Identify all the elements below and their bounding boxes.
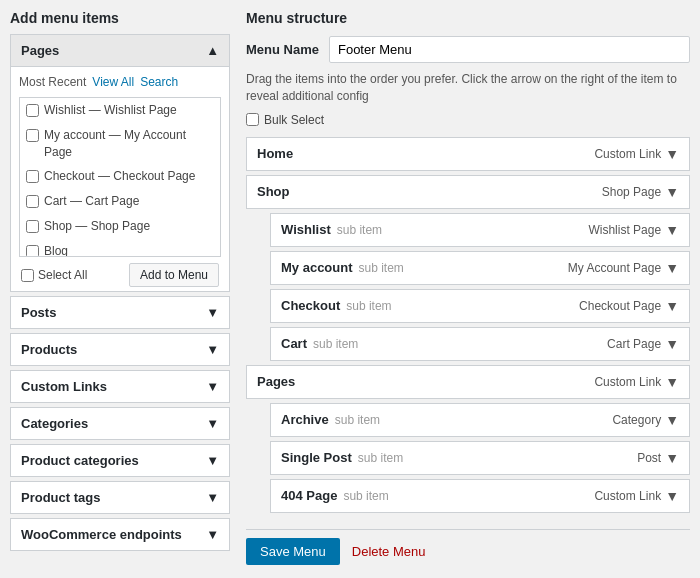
menu-item-wishlist-left: Wishlist sub item [281,222,382,237]
accordion-categories[interactable]: Categories ▼ [10,407,230,440]
page-checkbox-shop[interactable] [26,220,39,233]
menu-item-archive-left: Archive sub item [281,412,380,427]
accordion-product-categories[interactable]: Product categories ▼ [10,444,230,477]
accordion-header-posts[interactable]: Posts ▼ [11,297,229,328]
menu-item-archive-expand[interactable]: ▼ [665,412,679,428]
page-checkbox-blog[interactable] [26,245,39,257]
menu-item-pages: Pages Custom Link ▼ [246,365,690,399]
menu-item-shop-left: Shop [257,184,290,199]
menu-item-cart-type: Cart Page [607,337,661,351]
menu-item-404-page-right: Custom Link ▼ [594,488,679,504]
menu-item-single-post-right: Post ▼ [637,450,679,466]
drag-instruction: Drag the items into the order you prefer… [246,71,690,105]
menu-item-my-account-name: My account [281,260,353,275]
list-item: Shop — Shop Page [20,214,220,239]
chevron-down-icon: ▼ [206,527,219,542]
pages-collapse-arrow[interactable]: ▲ [206,43,219,58]
menu-item-my-account-sublabel: sub item [359,261,404,275]
menu-item-shop-expand[interactable]: ▼ [665,184,679,200]
tab-search[interactable]: Search [140,75,178,89]
menu-item-pages-type: Custom Link [594,375,661,389]
accordion-header-product-categories[interactable]: Product categories ▼ [11,445,229,476]
right-panel: Menu structure Menu Name Drag the items … [230,10,690,568]
accordion-posts[interactable]: Posts ▼ [10,296,230,329]
select-all-checkbox[interactable] [21,269,34,282]
menu-item-wishlist-type: Wishlist Page [588,223,661,237]
menu-item-my-account: My account sub item My Account Page ▼ [270,251,690,285]
page-checkbox-wishlist[interactable] [26,104,39,117]
page-checkbox-checkout[interactable] [26,170,39,183]
menu-item-home-right: Custom Link ▼ [594,146,679,162]
menu-item-my-account-type: My Account Page [568,261,661,275]
bulk-select-label[interactable]: Bulk Select [264,113,324,127]
menu-item-archive-sublabel: sub item [335,413,380,427]
page-label: Blog [44,243,68,257]
menu-item-my-account-right: My Account Page ▼ [568,260,679,276]
menu-item-404-page-name: 404 Page [281,488,337,503]
menu-item-single-post-expand[interactable]: ▼ [665,450,679,466]
menu-item-404-page-left: 404 Page sub item [281,488,389,503]
page-label: My account — My Account Page [44,127,214,161]
chevron-down-icon: ▼ [206,490,219,505]
menu-item-cart-expand[interactable]: ▼ [665,336,679,352]
chevron-down-icon: ▼ [206,305,219,320]
menu-item-cart-left: Cart sub item [281,336,358,351]
menu-item-home: Home Custom Link ▼ [246,137,690,171]
menu-item-cart-sublabel: sub item [313,337,358,351]
tab-view-all[interactable]: View All [92,75,134,89]
bottom-actions: Save Menu Delete Menu [246,529,690,565]
save-menu-button[interactable]: Save Menu [246,538,340,565]
menu-item-checkout-left: Checkout sub item [281,298,392,313]
accordion-header-categories[interactable]: Categories ▼ [11,408,229,439]
accordion-products[interactable]: Products ▼ [10,333,230,366]
pages-tabs: Most Recent View All Search [19,75,221,89]
page-label: Checkout — Checkout Page [44,168,195,185]
list-item: My account — My Account Page [20,123,220,165]
page-checkbox-cart[interactable] [26,195,39,208]
menu-item-404-page-type: Custom Link [594,489,661,503]
menu-item-home-expand[interactable]: ▼ [665,146,679,162]
menu-item-archive-name: Archive [281,412,329,427]
add-to-menu-button[interactable]: Add to Menu [129,263,219,287]
menu-item-404-page-sublabel: sub item [343,489,388,503]
menu-item-404-page-expand[interactable]: ▼ [665,488,679,504]
menu-item-checkout-name: Checkout [281,298,340,313]
menu-item-home-name: Home [257,146,293,161]
menu-item-cart-name: Cart [281,336,307,351]
accordion-header-custom-links[interactable]: Custom Links ▼ [11,371,229,402]
accordion-header-products[interactable]: Products ▼ [11,334,229,365]
menu-item-single-post-name: Single Post [281,450,352,465]
menu-item-checkout-type: Checkout Page [579,299,661,313]
page-checkbox-my-account[interactable] [26,129,39,142]
list-item: Wishlist — Wishlist Page [20,98,220,123]
chevron-down-icon: ▼ [206,342,219,357]
menu-item-wishlist-expand[interactable]: ▼ [665,222,679,238]
page-label: Wishlist — Wishlist Page [44,102,177,119]
list-item: Blog [20,239,220,257]
accordion-woocommerce-endpoints[interactable]: WooCommerce endpoints ▼ [10,518,230,551]
menu-name-input[interactable] [329,36,690,63]
tab-most-recent[interactable]: Most Recent [19,75,86,89]
menu-item-my-account-expand[interactable]: ▼ [665,260,679,276]
menu-item-archive: Archive sub item Category ▼ [270,403,690,437]
select-all-label[interactable]: Select All [21,268,87,282]
menu-item-checkout-expand[interactable]: ▼ [665,298,679,314]
accordion-header-product-tags[interactable]: Product tags ▼ [11,482,229,513]
delete-menu-link[interactable]: Delete Menu [352,544,426,559]
list-item: Checkout — Checkout Page [20,164,220,189]
menu-item-pages-expand[interactable]: ▼ [665,374,679,390]
menu-item-archive-type: Category [612,413,661,427]
menu-item-shop: Shop Shop Page ▼ [246,175,690,209]
left-panel: Add menu items Pages ▲ Most Recent View … [10,10,230,568]
bulk-select-checkbox[interactable] [246,113,259,126]
pages-list: Wishlist — Wishlist Page My account — My… [19,97,221,257]
menu-item-my-account-left: My account sub item [281,260,404,275]
menu-item-checkout-right: Checkout Page ▼ [579,298,679,314]
menu-item-single-post: Single Post sub item Post ▼ [270,441,690,475]
accordion-custom-links[interactable]: Custom Links ▼ [10,370,230,403]
pages-section: Pages ▲ Most Recent View All Search Wish… [10,34,230,292]
bulk-select-row: Bulk Select [246,113,690,127]
accordion-product-tags[interactable]: Product tags ▼ [10,481,230,514]
menu-item-wishlist: Wishlist sub item Wishlist Page ▼ [270,213,690,247]
accordion-header-woocommerce-endpoints[interactable]: WooCommerce endpoints ▼ [11,519,229,550]
